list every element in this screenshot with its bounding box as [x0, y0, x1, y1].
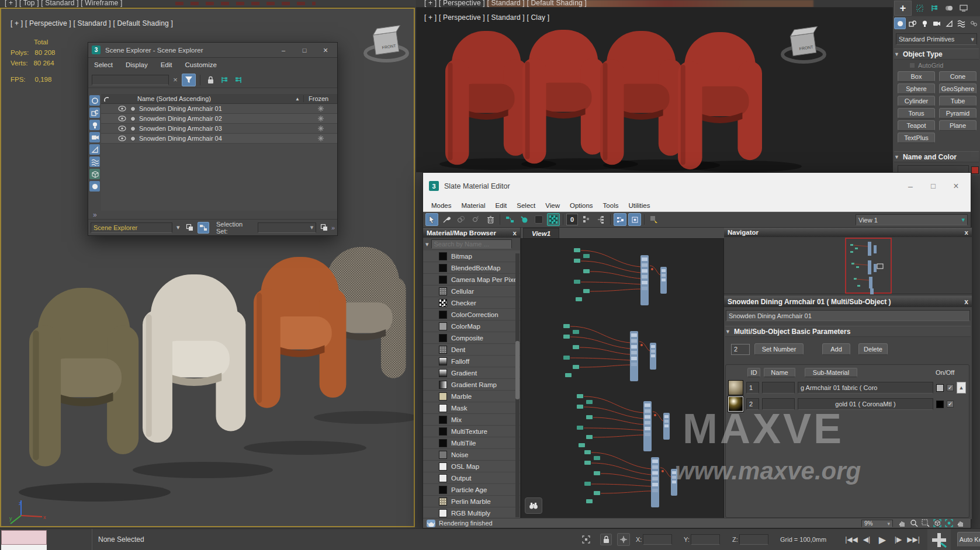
object-name[interactable]: Snowden Dining Armchair 04	[139, 135, 304, 142]
pan-tool-icon[interactable]	[956, 519, 965, 527]
node-view-canvas[interactable]	[521, 238, 724, 519]
subtab-cameras[interactable]	[931, 18, 943, 29]
basic-parameters-rollout[interactable]: ▼ Multi/Sub-Object Basic Parameters	[725, 326, 971, 337]
zoom-region-icon[interactable]	[921, 519, 930, 527]
select-tool-icon[interactable]	[425, 213, 438, 226]
navigator-header[interactable]: Navigator x	[724, 228, 972, 237]
subtab-shapes[interactable]	[906, 18, 918, 29]
map-item[interactable]: Composite	[423, 332, 520, 344]
align-children-icon[interactable]	[594, 213, 607, 226]
object-name[interactable]: Snowden Dining Armchair 02	[139, 115, 304, 122]
material-preview-sphere[interactable]	[728, 380, 743, 395]
menu-utilities[interactable]: Utilities	[628, 202, 650, 209]
zoom-extents-selected-icon[interactable]	[944, 519, 954, 527]
create-selection-set-icon[interactable]	[318, 222, 329, 233]
view-selector-dropdown[interactable]: View 1 ▾	[856, 214, 968, 225]
map-item[interactable]: Checker	[423, 297, 520, 309]
frozen-toggle-icon[interactable]	[304, 116, 337, 121]
map-item[interactable]: Bitmap	[423, 250, 520, 262]
close-panel-icon[interactable]: x	[513, 229, 517, 236]
scene-explorer-window[interactable]: 3 Scene Explorer - Scene Explorer – □ × …	[88, 42, 338, 236]
add-create-plus-icon[interactable]	[927, 529, 951, 550]
show-shaded-material-icon[interactable]	[547, 213, 560, 226]
minimize-button[interactable]: –	[275, 47, 292, 54]
name-cell[interactable]	[762, 382, 795, 394]
node-graph[interactable]	[521, 239, 724, 519]
viewport-label-top2[interactable]: [ + ] [ Perspective ] [ Standard ] [ Def…	[424, 0, 587, 7]
y-coordinate-field[interactable]	[691, 534, 720, 545]
zoom-extents-icon[interactable]	[933, 519, 942, 527]
subtab-helpers[interactable]	[943, 18, 955, 29]
tab-create[interactable]: +	[894, 1, 912, 16]
sub-material-column-button[interactable]: Sub-Material	[805, 368, 857, 377]
map-item[interactable]: ColorCorrection	[423, 309, 520, 321]
binoculars-icon[interactable]	[525, 497, 542, 514]
primitive-button-textplus[interactable]: TextPlus	[898, 133, 935, 143]
zoom-tool-icon[interactable]	[909, 519, 919, 527]
explorer-selector-dropdown[interactable]: Scene Explorer	[91, 222, 172, 233]
delete-button[interactable]: Delete	[858, 343, 888, 355]
material-name-field[interactable]	[726, 310, 970, 321]
parameter-panel-header[interactable]: Snowden Dining Armchair 01 ( Multi/Sub-O…	[724, 296, 972, 307]
tab-hierarchy[interactable]	[928, 2, 941, 15]
filter-cameras-icon[interactable]	[89, 132, 100, 142]
next-frame-icon[interactable]: |▶	[892, 533, 905, 546]
previous-frame-icon[interactable]: ◀|	[860, 533, 873, 546]
primitive-button-box[interactable]: Box	[898, 71, 935, 82]
map-item[interactable]: MultiTile	[423, 437, 520, 449]
enabled-checkbox[interactable]: ✓	[947, 384, 954, 391]
show-standard-map-icon[interactable]	[580, 213, 593, 226]
scrollbar-thumb[interactable]	[515, 341, 520, 399]
filter-all-icon[interactable]	[89, 95, 100, 106]
layout-children-icon[interactable]	[628, 213, 641, 226]
subtab-lights[interactable]	[919, 18, 930, 29]
scene-row[interactable]: Snowden Dining Armchair 02	[101, 114, 337, 124]
map-item[interactable]: Mask	[423, 402, 520, 414]
primitive-button-pyramid[interactable]: Pyramid	[939, 108, 976, 119]
category-dropdown[interactable]: Standard Primitives ▾	[896, 33, 977, 45]
eye-icon[interactable]	[117, 126, 127, 131]
map-item[interactable]: Gradient Ramp	[423, 379, 520, 391]
tab-modify[interactable]	[913, 2, 926, 15]
mini-listener-white[interactable]	[1, 545, 47, 550]
go-to-start-icon[interactable]: |◀◀	[845, 533, 858, 546]
primitive-button-teapot[interactable]: Teapot	[898, 120, 935, 131]
menu-display[interactable]: Display	[126, 61, 148, 68]
close-button[interactable]: ×	[947, 181, 965, 192]
selection-set-dropdown[interactable]: ▾	[258, 222, 316, 233]
mini-listener-pink[interactable]	[1, 530, 47, 545]
assign-material-to-selection-icon[interactable]	[518, 213, 531, 226]
pan-hand-icon[interactable]	[898, 519, 907, 527]
tab-motion[interactable]	[943, 2, 955, 15]
zoom-level-dropdown[interactable]: 9% ▾	[861, 520, 893, 527]
primitive-button-tube[interactable]: Tube	[939, 96, 976, 106]
pick-material-icon[interactable]	[440, 213, 453, 226]
subtab-systems[interactable]	[968, 18, 979, 29]
close-panel-icon[interactable]: x	[964, 298, 968, 306]
viewcube[interactable]: FRONT	[780, 26, 827, 71]
eye-icon[interactable]	[117, 135, 127, 141]
slate-material-editor-window[interactable]: 3 Slate Material Editor – □ × Modes Mate…	[423, 172, 971, 528]
menu-select[interactable]: Select	[517, 202, 535, 209]
maximize-button[interactable]: □	[296, 47, 313, 54]
map-item[interactable]: BlendedBoxMap	[423, 262, 520, 274]
id-column-button[interactable]: ID	[747, 368, 760, 377]
put-material-icon[interactable]	[469, 213, 482, 226]
slate-titlebar[interactable]: 3 Slate Material Editor – □ ×	[423, 173, 971, 199]
scene-row[interactable]: Snowden Dining Armchair 04	[101, 134, 337, 144]
object-name[interactable]: Snowden Dining Armchair 01	[139, 105, 304, 112]
toolbar-overflow-chevron[interactable]: »	[93, 211, 97, 219]
menu-edit[interactable]: Edit	[495, 202, 507, 209]
layout-all-vertical-icon[interactable]	[614, 213, 626, 226]
scene-row[interactable]: Snowden Dining Armchair 03	[101, 124, 337, 134]
map-item[interactable]: ColorMap	[423, 321, 520, 332]
right-viewport[interactable]: [ + ] [ Perspective ] [ Standard ] [ Cla…	[416, 8, 893, 172]
isolate-selection-icon[interactable]	[580, 534, 592, 545]
map-item[interactable]: RGB Multiply	[423, 507, 520, 518]
close-panel-icon[interactable]: x	[965, 229, 968, 236]
frozen-column-header[interactable]: Frozen	[303, 95, 337, 102]
delete-selected-icon[interactable]	[484, 213, 497, 226]
subtab-geometry[interactable]	[894, 18, 906, 29]
sub-material-button[interactable]: gold 01 ( CoronaMtl )	[798, 398, 933, 410]
scene-row[interactable]: Snowden Dining Armchair 01	[101, 104, 337, 114]
